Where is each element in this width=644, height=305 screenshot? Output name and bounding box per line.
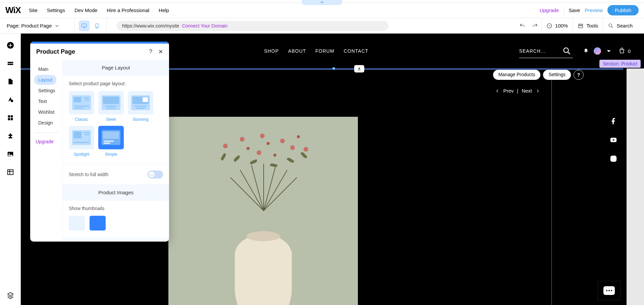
tools-icon — [578, 23, 584, 29]
save-button[interactable]: Save — [569, 7, 580, 13]
svg-point-6 — [609, 24, 612, 27]
url-bar[interactable]: https://www.wix.com/mysite Connect Your … — [117, 21, 388, 31]
menu-hire[interactable]: Hire a Professional — [107, 7, 149, 13]
svg-rect-0 — [82, 24, 87, 27]
wix-logo[interactable]: WiX — [5, 5, 21, 15]
svg-point-2 — [97, 27, 97, 28]
page-selector-label: Page: Product Page — [7, 23, 52, 29]
url-text: https://www.wix.com/mysite — [122, 23, 179, 29]
upgrade-link[interactable]: Upgrade — [540, 7, 559, 13]
top-expand-handle[interactable] — [302, 0, 342, 5]
mobile-view-button[interactable] — [92, 20, 102, 31]
undo-button[interactable] — [516, 18, 529, 33]
search-button[interactable]: Search — [603, 18, 637, 33]
desktop-view-button[interactable] — [79, 20, 90, 31]
zoom-control[interactable]: 100% — [541, 18, 573, 33]
menu-help[interactable]: Help — [159, 7, 169, 13]
search-icon — [608, 23, 614, 29]
svg-rect-4 — [579, 24, 583, 25]
zoom-out-icon — [546, 23, 552, 29]
preview-button[interactable]: Preview — [585, 7, 602, 13]
chevron-down-icon — [55, 24, 59, 28]
page-selector[interactable]: Page: Product Page — [7, 23, 70, 29]
zoom-level: 100% — [555, 23, 568, 29]
tools-button[interactable]: Tools — [573, 18, 603, 33]
menu-devmode[interactable]: Dev Mode — [74, 7, 97, 13]
svg-rect-5 — [579, 26, 583, 28]
connect-domain-link[interactable]: Connect Your Domain — [182, 23, 227, 29]
menu-site[interactable]: Site — [29, 7, 38, 13]
menu-settings[interactable]: Settings — [47, 7, 65, 13]
redo-button[interactable] — [529, 18, 541, 33]
publish-button[interactable]: Publish — [607, 5, 639, 15]
